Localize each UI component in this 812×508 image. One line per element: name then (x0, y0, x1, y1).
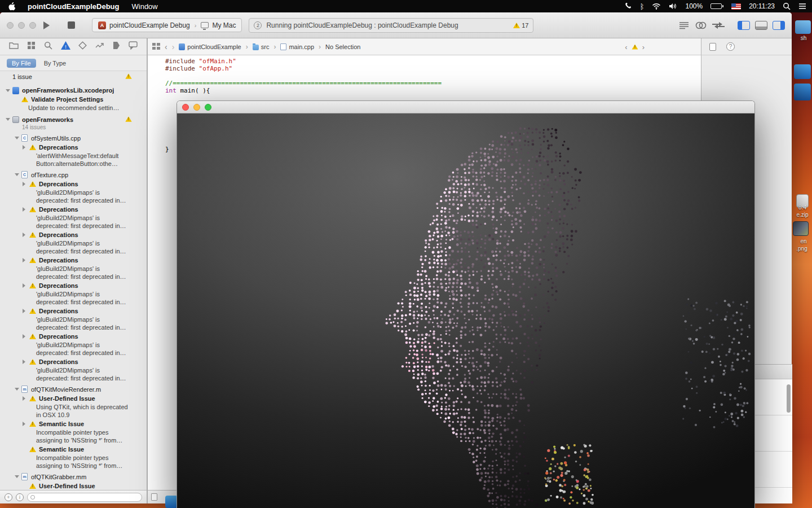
scheme-selector[interactable]: A pointCloudExample Debug › My Mac (92, 18, 242, 32)
disclosure-triangle-icon[interactable] (23, 145, 29, 150)
opengl-viewport[interactable] (177, 113, 754, 508)
desktop-icon-app[interactable] (794, 84, 811, 100)
issue-row[interactable]: openFrameworks (0, 115, 147, 124)
spotlight-icon[interactable] (783, 2, 791, 10)
issue-row[interactable]: Deprecations (0, 205, 147, 214)
toggle-utilities-button[interactable] (773, 21, 785, 30)
issue-detail-text[interactable]: Update to recommended settin… (0, 104, 147, 112)
disclosure-triangle-icon[interactable] (23, 396, 29, 401)
desktop-icon-app[interactable] (794, 64, 811, 79)
disclosure-triangle-icon[interactable] (23, 207, 29, 212)
issue-row[interactable]: Deprecations (0, 179, 147, 189)
code-line[interactable]: #include "ofApp.h" (165, 65, 442, 72)
notification-center-icon[interactable] (798, 3, 806, 10)
close-button[interactable] (7, 22, 14, 29)
disclosure-triangle-icon[interactable] (15, 475, 21, 478)
issue-detail-text[interactable]: 'gluBuild2DMipmaps' is (0, 290, 147, 299)
disclosure-triangle-icon[interactable] (23, 182, 29, 186)
disclosure-triangle-icon[interactable] (23, 334, 29, 339)
symbol-navigator-icon[interactable] (27, 41, 36, 52)
issue-detail-text[interactable]: in OSX 10.9 (0, 411, 147, 419)
search-navigator-icon[interactable] (44, 41, 52, 52)
issue-detail-text[interactable]: 'gluBuild2DMipmaps' is (0, 366, 147, 375)
close-button[interactable] (182, 104, 189, 111)
disclosure-triangle-icon[interactable] (6, 118, 12, 121)
disclosure-triangle-icon[interactable] (15, 137, 21, 139)
apple-menu-icon[interactable] (8, 2, 15, 11)
issue-row[interactable]: 1 issue (0, 72, 147, 81)
issue-detail-text[interactable]: deprecated: first deprecated in… (0, 222, 147, 230)
issue-row[interactable]: User-Defined Issue (0, 481, 147, 491)
issue-detail-text[interactable]: 'gluBuild2DMipmaps' is (0, 214, 147, 222)
breadcrumb-selection[interactable]: No Selection (325, 43, 360, 50)
issue-row[interactable]: Deprecations (0, 143, 147, 152)
issue-row[interactable]: mofQTKitGrabber.mm (0, 472, 147, 481)
breadcrumb-file[interactable]: main.cpp (280, 43, 314, 50)
menu-clock[interactable]: 20:11:23 (749, 2, 775, 10)
issue-row[interactable]: Validate Project Settings (0, 95, 147, 104)
breadcrumb-folder[interactable]: src (253, 43, 270, 50)
issue-row[interactable]: Deprecations (0, 230, 147, 239)
issue-row[interactable]: Deprecations (0, 357, 147, 366)
toggle-debug-area-button[interactable] (755, 21, 767, 30)
issue-row[interactable]: CofSystemUtils.cpp (0, 134, 147, 143)
code-line[interactable]: #include "ofMain.h" (165, 58, 442, 65)
input-source-flag-icon[interactable] (731, 3, 741, 10)
issue-row[interactable]: CofTexture.cpp (0, 170, 147, 179)
disclosure-triangle-icon[interactable] (23, 360, 29, 364)
test-navigator-icon[interactable] (78, 41, 87, 52)
issue-detail-text[interactable]: assigning to 'NSString *' from… (0, 436, 147, 445)
disclosure-triangle-icon[interactable] (23, 309, 29, 313)
app-window-titlebar[interactable] (177, 101, 754, 113)
issue-detail-text[interactable]: 'gluBuild2DMipmaps' is (0, 341, 147, 349)
scrollbar-thumb[interactable] (787, 384, 791, 413)
issue-row[interactable]: User-Defined Issue (0, 394, 147, 403)
code-line[interactable] (165, 72, 442, 80)
wifi-icon[interactable] (652, 3, 661, 10)
issue-detail-text[interactable]: 'gluBuild2DMipmaps' is (0, 239, 147, 248)
issue-detail-text[interactable]: Button:alternateButton:othe… (0, 160, 147, 168)
point-cloud-app-window[interactable] (176, 100, 755, 508)
minimize-button[interactable] (18, 22, 25, 29)
code-line[interactable]: //======================================… (165, 80, 442, 87)
toggle-navigator-button[interactable] (738, 21, 750, 30)
forward-button[interactable]: › (172, 42, 175, 51)
bluetooth-icon[interactable]: ᛒ (640, 2, 645, 11)
next-issue-button[interactable]: › (642, 43, 645, 51)
version-editor-button[interactable] (712, 21, 725, 29)
issue-detail-text[interactable]: Incompatible pointer types (0, 454, 147, 462)
issue-row[interactable]: Semantic Issue (0, 445, 147, 454)
stop-button[interactable] (68, 21, 75, 29)
quick-help-icon[interactable]: ? (726, 42, 735, 51)
project-navigator-icon[interactable] (9, 41, 19, 52)
minimize-button[interactable] (193, 104, 200, 111)
issue-detail-text[interactable]: deprecated: first deprecated in… (0, 374, 147, 383)
breakpoint-navigator-icon[interactable] (112, 41, 120, 52)
issue-detail-text[interactable]: deprecated: first deprecated in… (0, 247, 147, 256)
issue-navigator-icon[interactable]: ! (61, 41, 70, 52)
issue-row[interactable]: Deprecations (0, 256, 147, 265)
dock-icon-fragment[interactable] (165, 496, 178, 508)
desktop-icon-image[interactable] (793, 221, 809, 236)
phone-icon[interactable] (624, 2, 632, 10)
disclosure-triangle-icon[interactable] (15, 388, 21, 391)
issue-row[interactable]: openFrameworksLib.xcodeproj (0, 86, 147, 95)
tab-by-type[interactable]: By Type (44, 60, 67, 67)
issue-detail-text[interactable]: 'alertWithMessageText:default (0, 152, 147, 160)
debug-navigator-icon[interactable] (95, 41, 104, 52)
disclosure-triangle-icon[interactable] (23, 233, 29, 237)
log-navigator-icon[interactable] (129, 41, 138, 52)
issue-row[interactable]: mofQTKitMovieRenderer.m (0, 385, 147, 394)
issue-detail-text[interactable]: deprecated: first deprecated in… (0, 298, 147, 306)
code-line[interactable]: int main( ){ (165, 87, 442, 94)
previous-issue-button[interactable]: ‹ (625, 43, 627, 51)
disclosure-triangle-icon[interactable] (23, 258, 29, 262)
file-inspector-icon[interactable] (709, 43, 716, 51)
issue-row[interactable]: Semantic Issue (0, 419, 147, 428)
breadcrumb-project[interactable]: pointCloudExample (179, 43, 241, 50)
issue-detail-text[interactable]: deprecated: first deprecated in… (0, 349, 147, 357)
issue-detail-text[interactable]: 'gluBuild2DMipmaps' is (0, 265, 147, 273)
issue-detail-text[interactable]: assigning to 'NSString *' from… (0, 462, 147, 470)
back-button[interactable]: ‹ (165, 42, 167, 51)
issue-detail-text[interactable]: 'gluBuild2DMipmaps' is (0, 189, 147, 197)
